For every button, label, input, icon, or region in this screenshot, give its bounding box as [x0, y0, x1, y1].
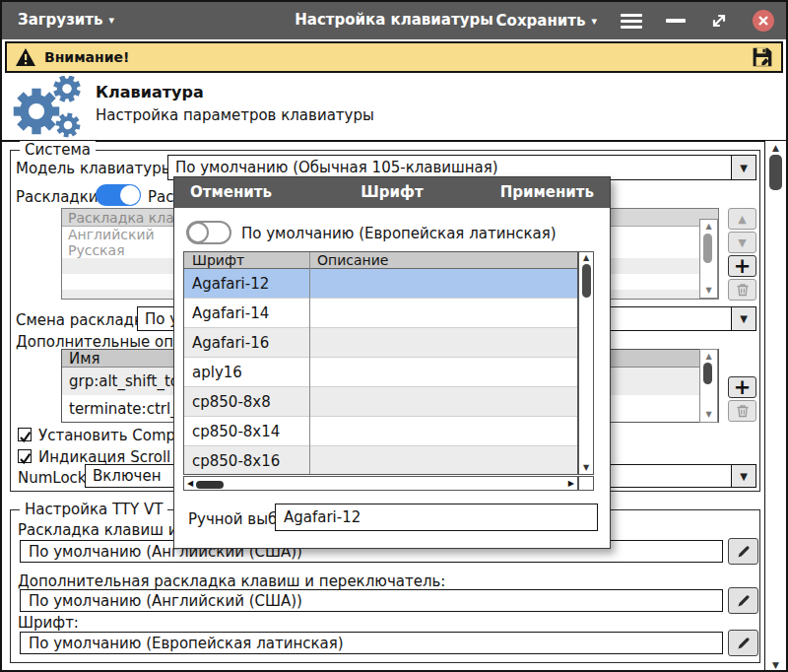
- trash-icon: [735, 282, 751, 298]
- scroll-down-icon[interactable]: ▼: [765, 660, 786, 670]
- font-row-selected[interactable]: Agafari-12: [184, 269, 577, 299]
- toggle-knob: [187, 222, 209, 243]
- warning-icon: [15, 47, 36, 67]
- tty-legend: Настройка TTY VT: [20, 501, 167, 518]
- tty-font-field[interactable]: По умолчанию (Европейская латинская): [20, 632, 723, 654]
- tty-layout-edit-button[interactable]: [728, 538, 758, 565]
- column-divider: [309, 252, 310, 475]
- font-table-header: Шрифт Описание: [184, 252, 577, 269]
- manual-select-input[interactable]: Agafari-12: [275, 504, 598, 531]
- scroll-left-icon[interactable]: ◀: [187, 479, 193, 488]
- scroll-up-icon[interactable]: ▲: [705, 352, 711, 362]
- save-menu-label: Сохранить: [496, 12, 586, 30]
- options-list-scrollbar[interactable]: ▲ ▼: [699, 349, 718, 423]
- gears-icon: [10, 76, 83, 139]
- numlock-label: NumLock:: [18, 469, 92, 487]
- chevron-down-icon: ▾: [109, 14, 115, 27]
- scroll-down-icon[interactable]: ▼: [705, 410, 711, 420]
- scrolllock-checkbox[interactable]: [18, 449, 32, 463]
- scroll-down-icon[interactable]: ▼: [583, 463, 589, 473]
- default-font-toggle-label: По умолчанию (Европейская латинская): [241, 225, 557, 242]
- pencil-icon: [736, 636, 752, 651]
- tty-extra-layout-field[interactable]: По умолчанию (Английский (США)): [20, 589, 723, 612]
- font-dialog-header: Отменить Шрифт Применить: [174, 177, 610, 208]
- font-dialog: Отменить Шрифт Применить По умолчанию (Е…: [173, 176, 611, 549]
- menu-icon[interactable]: [621, 11, 642, 32]
- titlebar: Загрузить ▾ Настройка клавиатуры Сохрани…: [2, 2, 786, 39]
- chevron-down-icon[interactable]: ▼: [731, 307, 755, 330]
- option-add-button[interactable]: +: [728, 376, 756, 398]
- chevron-down-icon: ▾: [591, 15, 597, 28]
- apply-button[interactable]: Применить: [500, 183, 594, 201]
- layout-move-down-button: ▼: [728, 232, 756, 253]
- save-menu-button[interactable]: Сохранить ▾: [496, 12, 597, 30]
- scrollbar-thumb[interactable]: [582, 264, 591, 298]
- save-disk-icon[interactable]: [752, 46, 773, 68]
- font-table: Шрифт Описание Agafari-12 Agafari-14 Aga…: [183, 251, 578, 475]
- option-delete-button: [728, 400, 756, 422]
- font-row[interactable]: cp850-8x8: [184, 387, 577, 417]
- scrollbar-corner: [578, 476, 594, 491]
- layouts-toggle[interactable]: [96, 184, 141, 206]
- load-menu-button[interactable]: Загрузить ▾: [18, 11, 114, 29]
- trash-icon: [735, 403, 751, 419]
- titlebar-controls: Сохранить ▾: [496, 2, 774, 39]
- page-subtitle: Настройка параметров клавиатуры: [96, 106, 374, 124]
- default-font-toggle[interactable]: [186, 221, 231, 244]
- scroll-up-icon[interactable]: ▲: [705, 222, 711, 232]
- font-row[interactable]: aply16: [184, 358, 577, 387]
- expand-icon[interactable]: [709, 11, 729, 31]
- scroll-down-icon[interactable]: ▼: [705, 286, 711, 296]
- font-row[interactable]: cp850-8x14: [184, 417, 577, 446]
- font-row[interactable]: Agafari-14: [184, 299, 577, 328]
- tty-font-edit-button[interactable]: [728, 630, 758, 656]
- layout-add-button[interactable]: +: [728, 255, 756, 277]
- check-icon: [19, 452, 32, 465]
- scrollbar-thumb[interactable]: [196, 481, 224, 489]
- window-title: Настройка клавиатуры: [295, 11, 493, 29]
- chevron-down-icon[interactable]: ▼: [731, 156, 755, 179]
- scrollbar-thumb[interactable]: [769, 155, 782, 190]
- scrollbar-thumb[interactable]: [703, 363, 712, 384]
- scroll-up-icon[interactable]: ▲: [583, 253, 589, 263]
- font-table-vscrollbar[interactable]: ▲ ▼: [578, 251, 594, 475]
- close-icon[interactable]: [753, 10, 774, 32]
- description-column-header: Описание: [309, 252, 388, 268]
- layouts-list-scrollbar[interactable]: ▲ ▼: [699, 219, 718, 299]
- load-menu-label: Загрузить: [18, 11, 103, 29]
- chevron-down-icon[interactable]: ▼: [731, 465, 755, 487]
- layouts-label: Раскладки:: [16, 188, 103, 206]
- scrollbar-thumb[interactable]: [703, 234, 712, 263]
- font-row[interactable]: cp850-8x16: [184, 446, 577, 475]
- tty-extra-layout-edit-button[interactable]: [728, 587, 758, 614]
- font-column-header: Шрифт: [184, 252, 309, 268]
- system-legend: Система: [20, 141, 96, 159]
- compose-checkbox[interactable]: [18, 428, 32, 441]
- warning-text: Внимание!: [44, 49, 129, 65]
- font-table-hscrollbar[interactable]: ◀ ▶: [183, 476, 578, 491]
- layout-delete-button: [728, 279, 756, 301]
- pencil-icon: [736, 544, 752, 560]
- page-scrollbar[interactable]: ▲ ▼: [764, 141, 786, 672]
- toggle-knob: [120, 185, 140, 205]
- content-divider: [2, 140, 786, 142]
- tty-extra-layout-label: Дополнительная раскладка клавиш и перекл…: [18, 572, 445, 590]
- font-row[interactable]: Agafari-16: [184, 328, 577, 358]
- minimize-icon[interactable]: [666, 19, 686, 23]
- layout-move-up-button: ▲: [728, 208, 756, 230]
- scroll-up-icon[interactable]: ▲: [765, 143, 786, 153]
- pencil-icon: [736, 593, 752, 609]
- warning-bar: Внимание!: [5, 41, 783, 73]
- font-dialog-title: Шрифт: [361, 183, 423, 201]
- scroll-right-icon[interactable]: ▶: [568, 479, 574, 488]
- tty-font-label: Шрифт:: [18, 614, 79, 632]
- cancel-button[interactable]: Отменить: [190, 183, 272, 201]
- page-title: Клавиатура: [96, 83, 204, 101]
- keyboard-model-label: Модель клавиатуры:: [16, 160, 178, 177]
- check-icon: [19, 431, 32, 443]
- keyboard-settings-window: Загрузить ▾ Настройка клавиатуры Сохрани…: [0, 0, 788, 672]
